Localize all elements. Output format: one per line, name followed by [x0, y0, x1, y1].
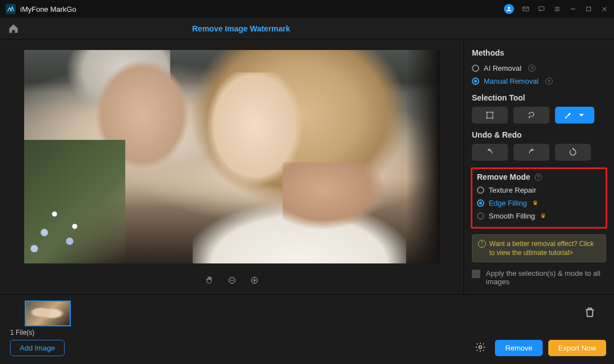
maximize-icon[interactable]: [585, 5, 593, 13]
apply-all-row[interactable]: Apply the selection(s) & mode to all ima…: [472, 269, 606, 286]
brush-select-tool[interactable]: [555, 107, 594, 124]
selection-tool-title: Selection Tool: [472, 93, 606, 102]
method-ai-label: AI Removal: [484, 64, 521, 72]
mail-icon[interactable]: [522, 5, 530, 13]
minimize-icon[interactable]: [569, 5, 577, 13]
close-icon[interactable]: [601, 5, 608, 13]
photo-flowers: [24, 140, 125, 263]
app-title: iMyFone MarkGo: [20, 5, 76, 13]
svg-rect-6: [487, 112, 493, 119]
radio-icon: [477, 186, 484, 194]
checkbox-icon[interactable]: [472, 270, 480, 278]
main: Methods AI Removal ? Manual Removal ? Se…: [0, 39, 614, 294]
image-canvas[interactable]: [24, 50, 440, 263]
undo-button[interactable]: [472, 144, 508, 161]
remove-button[interactable]: Remove: [495, 340, 542, 356]
method-ai-removal[interactable]: AI Removal ?: [472, 62, 606, 75]
mode-texture-repair[interactable]: Texture Repair: [477, 184, 601, 197]
add-image-button[interactable]: Add Image: [10, 340, 65, 356]
info-icon: !: [478, 240, 486, 248]
action-row: Add Image Remove Export Now: [0, 340, 614, 362]
delete-button[interactable]: [584, 306, 596, 321]
footer: 1 File(s) Add Image Remove Export Now: [0, 294, 614, 364]
reset-button[interactable]: [555, 144, 591, 161]
method-manual-label: Manual Removal: [484, 77, 539, 85]
svg-point-7: [486, 112, 488, 113]
zoom-out-button[interactable]: [228, 276, 236, 285]
settings-button[interactable]: [475, 342, 486, 355]
app-logo: [6, 4, 16, 14]
method-manual-removal[interactable]: Manual Removal ?: [472, 75, 606, 88]
pan-tool[interactable]: [205, 276, 214, 285]
zoom-in-button[interactable]: [250, 276, 259, 285]
canvas-wrap: [0, 39, 463, 266]
radio-icon: [472, 78, 479, 85]
tab-remove-image-watermark[interactable]: Remove Image Watermark: [192, 24, 290, 33]
photo-shadow-right: [406, 50, 440, 263]
svg-rect-2: [539, 7, 544, 10]
remove-mode-title: Remove Mode: [477, 172, 530, 181]
tutorial-banner[interactable]: ! Want a better removal effect? Click to…: [472, 234, 606, 262]
mode-edge-filling[interactable]: Edge Filling ♛: [477, 197, 601, 210]
svg-point-13: [533, 115, 534, 116]
mode-edge-label: Edge Filling: [489, 199, 527, 207]
home-button[interactable]: [3, 23, 24, 34]
svg-point-8: [492, 112, 493, 113]
radio-icon: [472, 65, 479, 72]
svg-point-0: [508, 7, 510, 9]
canvas-tool-row: [0, 266, 463, 294]
svg-point-14: [479, 345, 482, 348]
help-icon[interactable]: ?: [535, 174, 542, 181]
premium-crown-icon: ♛: [540, 212, 546, 220]
titlebar-controls: [504, 4, 608, 14]
premium-crown-icon: ♛: [533, 199, 538, 207]
user-icon[interactable]: [504, 4, 514, 14]
help-icon[interactable]: ?: [528, 65, 535, 72]
svg-rect-3: [587, 7, 591, 11]
file-count: 1 File(s): [0, 329, 614, 340]
radio-icon: [477, 212, 484, 220]
svg-rect-1: [523, 7, 529, 11]
svg-point-12: [532, 112, 533, 113]
lasso-select-tool[interactable]: [513, 107, 549, 124]
remove-mode-highlight: Remove Mode ? Texture Repair Edge Fillin…: [471, 167, 607, 229]
rectangle-select-tool[interactable]: [472, 107, 508, 124]
help-icon[interactable]: ?: [545, 78, 553, 85]
undo-redo-row: [472, 144, 606, 161]
svg-point-9: [486, 117, 488, 119]
menu-icon[interactable]: [553, 5, 561, 13]
methods-title: Methods: [472, 48, 606, 57]
tutorial-text: Want a better removal effect? Click to v…: [489, 239, 600, 257]
apply-all-label: Apply the selection(s) & mode to all ima…: [486, 269, 606, 286]
photo-arm: [283, 162, 384, 230]
canvas-area: [0, 39, 464, 294]
svg-point-11: [529, 113, 530, 114]
undo-redo-title: Undo & Redo: [472, 130, 606, 139]
mode-smooth-filling[interactable]: Smooth Filling ♛: [477, 210, 601, 222]
selection-tool-row: [472, 107, 606, 124]
mode-smooth-label: Smooth Filling: [489, 212, 535, 220]
header: Remove Image Watermark: [0, 18, 614, 39]
radio-icon: [477, 199, 484, 207]
mode-texture-label: Texture Repair: [489, 186, 536, 194]
thumbnail-row: [0, 295, 614, 329]
redo-button[interactable]: [513, 144, 549, 161]
chevron-down-icon: [576, 110, 586, 120]
svg-point-10: [492, 117, 493, 119]
export-now-button[interactable]: Export Now: [548, 340, 606, 356]
sidebar: Methods AI Removal ? Manual Removal ? Se…: [464, 39, 614, 294]
feedback-icon[interactable]: [538, 5, 545, 13]
image-thumbnail[interactable]: [25, 301, 71, 326]
titlebar: iMyFone MarkGo: [0, 0, 614, 18]
